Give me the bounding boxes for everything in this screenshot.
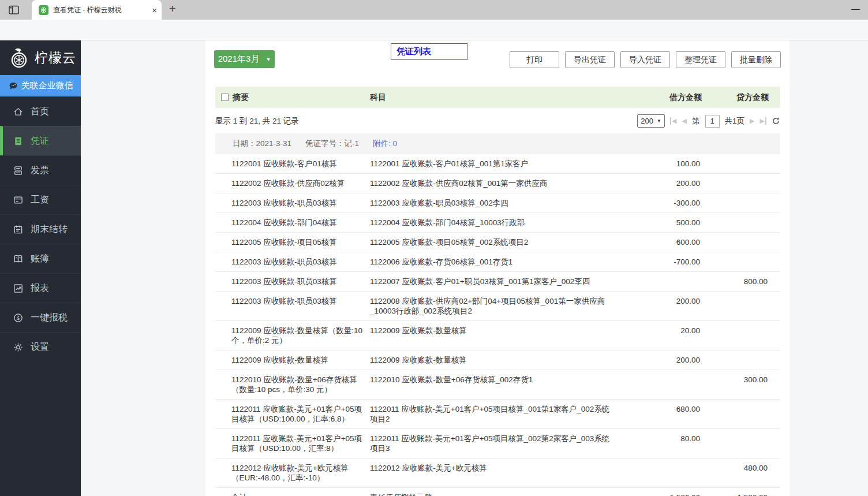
page-size-value: 200: [641, 117, 653, 125]
row-subject: 1122011 应收账款-美元+01客户+05项目核算_002第2家客户_003…: [370, 429, 624, 458]
row-summary: 1122009 应收账款-数量核算（数量:10 个，单价:2 元）: [215, 321, 370, 350]
sidebar-item-home[interactable]: 首页: [0, 96, 81, 126]
row-summary: 1122003 应收账款-职员03核算: [215, 252, 370, 271]
table-row[interactable]: 1122003 应收账款-职员03核算 1122003 应收账款-职员03核算_…: [215, 193, 780, 213]
logo-text: 柠檬云: [35, 49, 76, 67]
first-page-button[interactable]: ◀: [670, 117, 676, 125]
lemon-logo-icon: [8, 46, 31, 70]
page-number-input[interactable]: [705, 115, 720, 128]
row-credit: [709, 292, 780, 320]
row-summary: 1122010 应收账款-数量+06存货核算（数量:10 pcs，单价:30 元…: [215, 370, 370, 399]
sidebar-item-settings[interactable]: 设置: [0, 332, 81, 361]
table-row[interactable]: 1122004 应收账款-部门04核算 1122004 应收账款-部门04核算_…: [215, 213, 780, 233]
prev-page-button[interactable]: ◀: [682, 117, 687, 125]
row-subject: 1122011 应收账款-美元+01客户+05项目核算_001第1家客户_002…: [370, 400, 624, 428]
row-credit: [709, 233, 780, 252]
row-debit: 80.00: [624, 429, 709, 458]
table-row[interactable]: 1122009 应收账款-数量核算 1122009 应收账款-数量核算 200.…: [215, 350, 780, 370]
pagination-bar: 显示 1 到 21, 共 21 记录 200 ▼ ◀ ◀ 第 共1页 ▶ ▶: [215, 113, 780, 129]
table-row[interactable]: 1122009 应收账款-数量核算（数量:10 个，单价:2 元） 112200…: [215, 321, 780, 350]
header-summary: 摘要: [233, 92, 249, 103]
table-row[interactable]: 1122003 应收账款-职员03核算 1122008 应收账款-供应商02+部…: [215, 292, 780, 321]
period-end-icon: [13, 224, 24, 235]
window-minimize-button[interactable]: —: [851, 3, 860, 13]
row-credit: [709, 213, 780, 232]
table-row[interactable]: 1122005 应收账款-项目05核算 1122005 应收账款-项目05核算_…: [215, 233, 780, 252]
row-summary: 1122003 应收账款-职员03核算: [215, 292, 370, 320]
link-enterprise-wechat-button[interactable]: 关联企业微信: [0, 75, 81, 96]
refresh-button[interactable]: [772, 117, 780, 125]
sidebar-item-invoice[interactable]: 发票: [0, 155, 81, 185]
select-all-checkbox[interactable]: [221, 94, 229, 101]
batch-delete-button[interactable]: 批量删除: [731, 51, 781, 68]
total-label: 合计: [215, 488, 370, 496]
table-row[interactable]: 1122003 应收账款-职员03核算 1122006 应收账款-存货06核算_…: [215, 252, 780, 272]
app-logo: 柠檬云: [0, 40, 81, 75]
tab-actions-icon[interactable]: [8, 4, 20, 16]
tax-icon: $: [13, 312, 24, 323]
row-summary: 1122005 应收账款-项目05核算: [215, 233, 370, 252]
report-icon: [13, 283, 24, 294]
header-credit: 贷方金额: [709, 92, 780, 103]
main-content: 2021年3月 ▼ 打印 导出凭证 导入凭证 整理凭证 批量删除 摘要 科目 借…: [81, 40, 868, 496]
table-row[interactable]: 1122001 应收账款-客户01核算 1122001 应收账款-客户01核算_…: [215, 154, 780, 174]
sidebar-item-period-end[interactable]: 期末结转: [0, 214, 81, 244]
row-subject: 1122003 应收账款-职员03核算_002李四: [370, 193, 624, 212]
svg-text:$: $: [16, 314, 20, 320]
total-debit: 1,580.00: [624, 488, 709, 496]
table-row[interactable]: 1122012 应收账款-美元+欧元核算（EUR:-48.00，汇率:-10） …: [215, 458, 780, 488]
row-summary: 1122002 应收账款-供应商02核算: [215, 174, 370, 193]
row-summary: 1122004 应收账款-部门04核算: [215, 213, 370, 232]
export-voucher-button[interactable]: 导出凭证: [565, 51, 615, 68]
tab-title: 查看凭证 - 柠檬云财税: [53, 5, 148, 15]
header-debit: 借方金额: [624, 92, 709, 103]
last-page-button[interactable]: ▶: [760, 117, 766, 125]
row-credit: [709, 193, 780, 212]
page-size-select[interactable]: 200 ▼: [637, 114, 665, 128]
row-credit: [709, 321, 780, 350]
row-credit: 300.00: [709, 370, 780, 399]
row-subject: 1122008 应收账款-供应商02+部门04+项目05核算_001第一家供应商…: [370, 292, 624, 320]
sidebar-item-ledger[interactable]: 账簿: [0, 244, 81, 273]
row-credit: [709, 154, 780, 173]
organize-voucher-button[interactable]: 整理凭证: [676, 51, 725, 68]
page-title: 凭证列表: [396, 46, 431, 57]
row-credit: [709, 174, 780, 193]
new-tab-button[interactable]: +: [169, 2, 176, 16]
table-row[interactable]: 1122002 应收账款-供应商02核算 1122002 应收账款-供应商02核…: [215, 174, 780, 193]
row-credit: 800.00: [709, 272, 780, 291]
sidebar-item-tax[interactable]: $ 一键报税: [0, 303, 81, 332]
sidebar-item-label: 账簿: [31, 253, 49, 265]
table-rows: 1122001 应收账款-客户01核算 1122001 应收账款-客户01核算_…: [215, 154, 780, 488]
voucher-group-header: 日期：2021-3-31 凭证字号：记-1 附件: 0: [215, 133, 780, 154]
row-subject: 1122009 应收账款-数量核算: [370, 350, 624, 370]
page-controls: 200 ▼ ◀ ◀ 第 共1页 ▶ ▶: [637, 114, 780, 128]
row-debit: [624, 272, 709, 291]
sidebar-item-salary[interactable]: 工资: [0, 185, 81, 214]
row-summary: 1122012 应收账款-美元+欧元核算（EUR:-48.00，汇率:-10）: [215, 458, 370, 487]
row-debit: [624, 458, 709, 487]
attachment-link[interactable]: 附件: 0: [373, 139, 397, 149]
next-page-button[interactable]: ▶: [750, 117, 754, 125]
print-button[interactable]: 打印: [510, 51, 559, 68]
chevron-down-icon: ▼: [265, 57, 271, 62]
row-credit: [709, 350, 780, 370]
total-credit: 1,580.00: [709, 488, 780, 496]
row-debit: 680.00: [624, 400, 709, 428]
period-selector-dropdown[interactable]: 2021年3月 ▼: [214, 50, 275, 68]
sidebar-item-label: 发票: [31, 165, 49, 177]
voucher-date: 日期：2021-3-31: [233, 139, 291, 149]
table-row[interactable]: 1122003 应收账款-职员03核算 1122007 应收账款-客户01+职员…: [215, 272, 780, 292]
tab-close-icon[interactable]: ×: [152, 5, 157, 15]
row-subject: 1122001 应收账款-客户01核算_001第1家客户: [370, 154, 624, 173]
row-subject: 1122010 应收账款-数量+06存货核算_002存货1: [370, 370, 624, 399]
table-row[interactable]: 1122011 应收账款-美元+01客户+05项目核算（USD:10.00，汇率…: [215, 429, 780, 458]
voucher-number: 凭证字号：记-1: [305, 139, 359, 149]
sidebar-item-voucher[interactable]: 凭证: [0, 126, 81, 155]
table-row[interactable]: 1122011 应收账款-美元+01客户+05项目核算（USD:100.00，汇…: [215, 400, 780, 429]
browser-tab[interactable]: 查看凭证 - 柠檬云财税 ×: [32, 0, 162, 20]
sidebar-item-reports[interactable]: 报表: [0, 273, 81, 303]
import-voucher-button[interactable]: 导入凭证: [620, 51, 670, 68]
table-row[interactable]: 1122010 应收账款-数量+06存货核算（数量:10 pcs，单价:30 元…: [215, 370, 780, 400]
row-debit: 600.00: [624, 233, 709, 252]
